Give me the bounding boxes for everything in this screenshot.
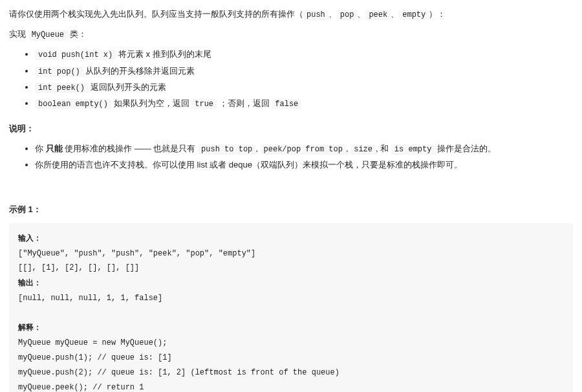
spacer [9, 180, 573, 191]
method-signature: boolean empty() [35, 99, 111, 109]
text: 你 [35, 144, 46, 153]
list-item: int pop() 从队列的开头移除并返回元素 [35, 65, 573, 78]
code-op: is empty [391, 144, 435, 155]
code-peek: peek [365, 10, 391, 20]
list-item: boolean empty() 如果队列为空，返回 true ；否则，返回 fa… [35, 97, 573, 111]
method-desc: 返回队列开头的元素 [88, 82, 166, 92]
method-list: void push(int x) 将元素 x 推到队列的末尾 int pop()… [9, 48, 573, 111]
code-push: push [303, 10, 329, 20]
separator: 、 [329, 9, 337, 19]
method-desc: 将元素 x 推到队列的末尾 [116, 49, 211, 59]
text: ）： [429, 9, 446, 19]
method-signature: int peek() [35, 83, 88, 93]
notes-heading: 说明： [9, 122, 573, 136]
example-explain-line: myQueue.peek(); // return 1 [18, 383, 144, 392]
code-op: push to top [198, 144, 255, 155]
text: , 和 [376, 144, 391, 153]
example-explain-line: MyQueue myQueue = new MyQueue(); [18, 338, 167, 347]
code-op: peek/pop from top [261, 144, 346, 155]
separator: 、 [391, 9, 399, 19]
notes-list: 你 只能 使用标准的栈操作 —— 也就是只有 push to top, peek… [9, 142, 573, 172]
code-false: false [272, 99, 301, 109]
example-output-line: [null, null, null, 1, 1, false] [18, 294, 162, 303]
example-input-line: [[], [1], [2], [], [], []] [18, 263, 139, 272]
text: 请你仅使用两个栈实现先入先出队列。队列应当支持一般队列支持的所有操作（ [9, 9, 303, 19]
text: 如果队列为空，返回 [111, 98, 191, 108]
code-op: size [350, 144, 376, 155]
input-label: 输入： [18, 234, 41, 243]
example-heading: 示例 1： [9, 203, 573, 217]
code-pop: pop [337, 10, 358, 20]
list-item: 你 只能 使用标准的栈操作 —— 也就是只有 push to top, peek… [35, 142, 573, 156]
code-empty: empty [399, 10, 429, 20]
text: 使用标准的栈操作 —— 也就是只有 [63, 144, 198, 153]
example-input-line: ["MyQueue", "push", "push", "peek", "pop… [18, 249, 255, 258]
emphasis: 只能 [46, 144, 63, 153]
list-item: int peek() 返回队列开头的元素 [35, 81, 573, 94]
problem-intro-line-2: 实现 MyQueue 类： [9, 28, 573, 41]
example-explain-line: myQueue.push(2); // queue is: [1, 2] (le… [18, 368, 339, 377]
list-item: void push(int x) 将元素 x 推到队列的末尾 [35, 48, 573, 61]
example-explain-line: myQueue.push(1); // queue is: [1] [18, 353, 172, 362]
method-desc: 从队列的开头移除并返回元素 [83, 66, 195, 76]
text: 操作是合法的。 [435, 144, 496, 153]
text: ；否则，返回 [217, 98, 272, 108]
code-true: true [191, 99, 217, 109]
list-item: 你所使用的语言也许不支持栈。你可以使用 list 或者 deque（双端队列）来… [35, 158, 573, 172]
code-class-name: MyQueue [28, 30, 67, 40]
method-signature: int pop() [35, 67, 83, 77]
problem-intro-line-1: 请你仅使用两个栈实现先入先出队列。队列应当支持一般队列支持的所有操作（push、… [9, 8, 573, 21]
separator: 、 [357, 9, 365, 19]
text: 类： [67, 29, 87, 39]
text: , [255, 144, 260, 153]
output-label: 输出： [18, 278, 41, 287]
text: 实现 [9, 29, 28, 39]
method-signature: void push(int x) [35, 50, 116, 60]
example-block: 输入： ["MyQueue", "push", "push", "peek", … [9, 223, 573, 392]
explain-label: 解释： [18, 323, 41, 332]
